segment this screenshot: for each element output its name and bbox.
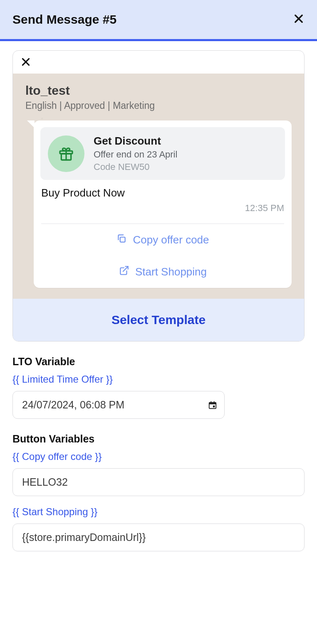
offer-subtitle: Offer end on 23 April: [94, 149, 177, 160]
message-body: Buy Product Now: [41, 187, 284, 199]
start-shopping-variable-tag: {{ Start Shopping }}: [12, 506, 305, 518]
lto-section-label: LTO Variable: [12, 356, 305, 368]
copy-offer-input[interactable]: [12, 468, 305, 496]
copy-icon: [116, 233, 127, 247]
svg-rect-7: [120, 237, 125, 242]
card-header: [13, 51, 304, 74]
lto-variable-tag: {{ Limited Time Offer }}: [12, 374, 305, 385]
template-card: lto_test English | Approved | Marketing: [12, 50, 305, 342]
lto-datetime-input[interactable]: [12, 391, 225, 419]
message-timestamp: 12:35 PM: [41, 203, 284, 219]
dialog-header: Send Message #5: [0, 0, 317, 41]
svg-line-8: [123, 266, 128, 271]
copy-offer-button[interactable]: Copy offer code: [34, 224, 292, 256]
template-meta: English | Approved | Marketing: [25, 100, 292, 111]
bubble-tail: [27, 120, 35, 128]
template-name: lto_test: [25, 84, 292, 98]
dialog-title: Send Message #5: [12, 12, 116, 27]
offer-block: Get Discount Offer end on 23 April Code …: [40, 127, 285, 180]
close-icon[interactable]: [293, 12, 305, 27]
external-link-icon: [119, 265, 129, 279]
copy-offer-label: Copy offer code: [133, 234, 209, 246]
start-shopping-input[interactable]: [12, 524, 305, 551]
gift-icon: [48, 135, 84, 172]
start-shopping-button[interactable]: Start Shopping: [34, 256, 292, 288]
offer-text: Get Discount Offer end on 23 April Code …: [94, 135, 177, 172]
copy-offer-variable-tag: {{ Copy offer code }}: [12, 451, 305, 462]
offer-title: Get Discount: [94, 135, 177, 147]
select-template-button[interactable]: Select Template: [13, 299, 304, 341]
offer-code: Code NEW50: [94, 162, 177, 172]
template-preview: lto_test English | Approved | Marketing: [13, 74, 304, 299]
button-vars-section-label: Button Variables: [12, 433, 305, 445]
message-bubble: Get Discount Offer end on 23 April Code …: [25, 120, 292, 288]
card-close-icon[interactable]: [20, 56, 31, 70]
start-shopping-label: Start Shopping: [135, 265, 207, 278]
